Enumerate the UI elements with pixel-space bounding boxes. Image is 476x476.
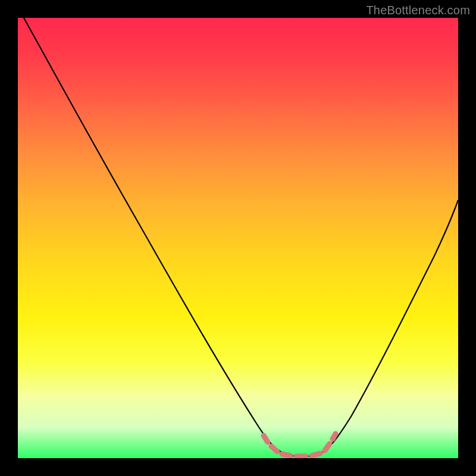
svg-line-6 xyxy=(333,434,336,439)
plot-area xyxy=(18,18,458,458)
svg-line-4 xyxy=(312,453,320,456)
watermark-text: TheBottleneck.com xyxy=(366,4,470,17)
optimal-range-marker xyxy=(264,434,336,456)
svg-line-1 xyxy=(271,446,277,452)
curve-layer xyxy=(18,18,458,458)
svg-line-5 xyxy=(325,444,330,450)
chart-frame: TheBottleneck.com xyxy=(0,0,476,476)
svg-line-0 xyxy=(264,436,268,442)
svg-line-2 xyxy=(282,454,290,456)
bottleneck-curve xyxy=(24,18,458,456)
